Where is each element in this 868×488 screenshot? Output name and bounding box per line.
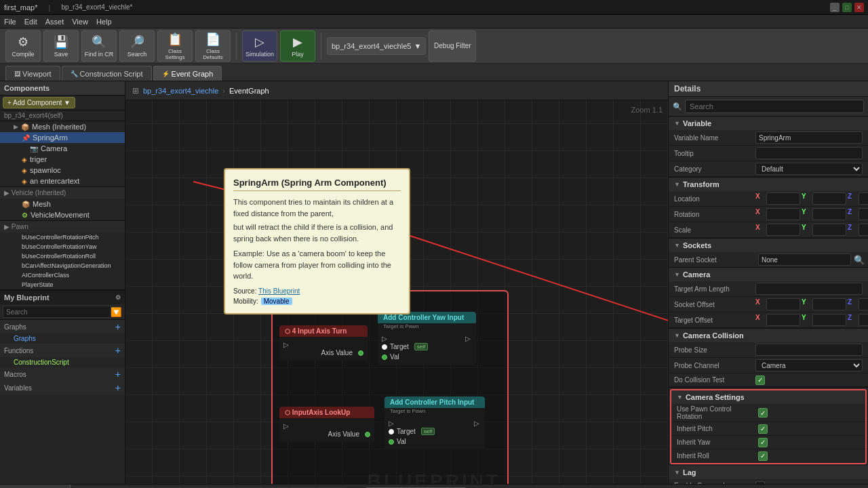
tab-event-graph[interactable]: ⚡ Event Graph (153, 66, 222, 81)
component-vehicle-movement[interactable]: ⚙ VehicleMovement (0, 209, 125, 220)
enable-lag-checkbox[interactable] (755, 481, 765, 485)
target-pin2[interactable] (389, 429, 394, 434)
add-controller-yaw-node[interactable]: Add Controller Yaw Input Target is Pawn … (378, 312, 476, 365)
simulation-button[interactable]: ▷ Simulation (242, 30, 277, 62)
blueprint-canvas[interactable]: Zoom 1.1 camera rotation ✕ camera rotati… (125, 100, 668, 484)
scale-x-input[interactable]: 1.0 (766, 224, 800, 236)
macros-section-header[interactable]: Macros + (0, 367, 125, 381)
add-variable-button[interactable]: + (115, 382, 121, 393)
menu-asset[interactable]: Asset (45, 18, 64, 26)
class-settings-button[interactable]: 📋 Class Settings (157, 30, 193, 62)
use-pawn-checkbox[interactable]: ✓ (758, 408, 768, 418)
class-defaults-button[interactable]: 📄 Class Defaults (195, 30, 231, 62)
graphs-section-header[interactable]: Graphs + (0, 320, 125, 333)
pawn-pitch[interactable]: bUseControllerRotationPitch (0, 232, 125, 242)
minimize-button[interactable]: _ (830, 3, 840, 12)
window-tab2[interactable]: bp_r34_exort4_viechle* (61, 3, 132, 11)
axis-value-pin2[interactable] (365, 432, 370, 437)
debug-filter-button[interactable]: Debug Filter (429, 30, 476, 62)
my-blueprint-search-input[interactable] (3, 306, 111, 318)
inherit-yaw-checkbox[interactable]: ✓ (758, 438, 768, 447)
find-results-tab[interactable]: 🔍 Find Results (0, 485, 71, 489)
target-arm-input[interactable]: 500.0 (755, 283, 863, 295)
window-tab1[interactable]: first_map* (4, 3, 38, 12)
filter-button[interactable]: 🔽 (111, 307, 122, 317)
component-spring-arm[interactable]: 📌 SpringArm (0, 132, 125, 143)
inherit-roll-checkbox[interactable]: ✓ (758, 451, 768, 461)
tgt-y[interactable]: 0.0 (812, 314, 846, 326)
soc-x[interactable]: 0.0 (766, 298, 800, 310)
component-triger[interactable]: ◈ triger (0, 154, 125, 165)
breadcrumb-root[interactable]: bp_r34_exort4_viechle (143, 87, 218, 95)
compile-button[interactable]: ⚙ Compile (5, 30, 41, 62)
rot-y-input[interactable]: -10.0 (812, 208, 846, 220)
pawn-nav[interactable]: bCanAffectNavigationGeneration (0, 261, 125, 270)
probe-size-input[interactable]: 12.0 (755, 344, 863, 356)
pawn-roll[interactable]: bUseControllerRotationRoll (0, 251, 125, 261)
rot-x-input[interactable]: 0.0 (766, 208, 800, 220)
camera-section-title[interactable]: Camera (669, 268, 868, 281)
sockets-section-title[interactable]: Sockets (669, 239, 868, 252)
soc-y[interactable]: 0.0 (812, 298, 846, 310)
variable-section-title[interactable]: Variable (669, 117, 868, 130)
scale-z-input[interactable]: 1.0 (859, 224, 868, 236)
tooltip-source-link[interactable]: This Blueprint (258, 287, 300, 295)
tgt-x[interactable]: 0.0 (766, 314, 800, 326)
category-select[interactable]: Default (755, 163, 863, 175)
loc-x-input[interactable]: 0.0 (766, 192, 800, 205)
loc-y-input[interactable]: 0.0 (812, 192, 846, 205)
add-function-button[interactable]: + (115, 345, 121, 356)
camera-collision-title[interactable]: Camera Collision (669, 329, 868, 342)
functions-section-header[interactable]: Functions + (0, 344, 125, 357)
menu-help[interactable]: Help (96, 18, 112, 26)
details-search-input[interactable] (685, 100, 864, 113)
tgt-z[interactable]: 0.0 (859, 314, 868, 326)
component-camera[interactable]: 📷 Camera (0, 143, 125, 154)
loc-z-input[interactable]: 90.0 (859, 192, 868, 205)
val-pin2[interactable] (389, 439, 394, 445)
inherit-pitch-checkbox[interactable]: ✓ (758, 424, 768, 434)
do-collision-checkbox[interactable]: ✓ (755, 375, 765, 385)
soc-z[interactable]: 0.0 (859, 298, 868, 310)
event-graph-item[interactable]: Graphs (0, 333, 125, 344)
rot-z-input[interactable]: 0.0 (859, 208, 868, 220)
variable-name-value[interactable] (755, 131, 863, 144)
tab-viewport[interactable]: 🖼 Viewport (5, 66, 60, 81)
debug-dropdown[interactable]: bp_r34_exort4_viechle5 ▼ (327, 37, 426, 55)
play-button[interactable]: ▶ Play (280, 30, 315, 62)
socket-search-button[interactable]: 🔍 (854, 255, 865, 265)
add-component-button[interactable]: + Add Component ▼ (3, 97, 75, 108)
input-axis-lookup-node[interactable]: ⬡ InputAxis LookUp ▷ Axis Value (279, 407, 374, 442)
parent-socket-input[interactable] (758, 253, 851, 266)
axis-value-pin[interactable] (358, 350, 363, 356)
val-pin[interactable] (382, 354, 387, 360)
pawn-ai-class[interactable]: AIControllerClass (0, 270, 125, 280)
find-in-cr-button[interactable]: 🔍 Find in CR (81, 30, 117, 62)
close-button[interactable]: ✕ (854, 3, 864, 12)
menu-file[interactable]: File (4, 18, 16, 26)
menu-view[interactable]: View (72, 18, 88, 26)
save-button[interactable]: 💾 Save (43, 30, 79, 62)
camera-settings-title[interactable]: Camera Settings (671, 390, 865, 404)
tooltip-input[interactable] (755, 147, 863, 159)
variables-section-header[interactable]: Variables + (0, 381, 125, 394)
construction-script-item[interactable]: ConstructionScript (0, 357, 125, 367)
add-controller-pitch-node[interactable]: Add Controller Pitch Input Target is Paw… (384, 396, 485, 449)
variable-name-input[interactable] (755, 131, 863, 144)
pawn-player-state[interactable]: PlayerState (0, 280, 125, 289)
add-macro-button[interactable]: + (115, 369, 121, 380)
input-axis-turn-node[interactable]: ⬡ 4 Input Axis Turn ▷ Axis Value (279, 325, 368, 361)
maximize-button[interactable]: □ (842, 3, 852, 12)
component-spawnloc[interactable]: ◈ spawnloc (0, 165, 125, 176)
tab-construction-script[interactable]: 🔧 Construction Script (62, 66, 152, 81)
probe-channel-select[interactable]: Camera (755, 359, 863, 371)
pawn-yaw[interactable]: bUseControllerRotationYaw (0, 242, 125, 251)
transform-section-title[interactable]: Transform (669, 178, 868, 191)
search-button[interactable]: 🔎 Search (119, 30, 155, 62)
canvas-area[interactable]: ⊞ bp_r34_exort4_viechle › EventGraph Zoo… (125, 81, 668, 484)
component-vehicle-mesh[interactable]: 📦 Mesh (0, 199, 125, 209)
scale-y-input[interactable]: 1.0 (812, 224, 846, 236)
menu-edit[interactable]: Edit (24, 18, 37, 26)
lag-section-title[interactable]: Lag (669, 466, 868, 479)
add-graph-button[interactable]: + (115, 321, 121, 332)
